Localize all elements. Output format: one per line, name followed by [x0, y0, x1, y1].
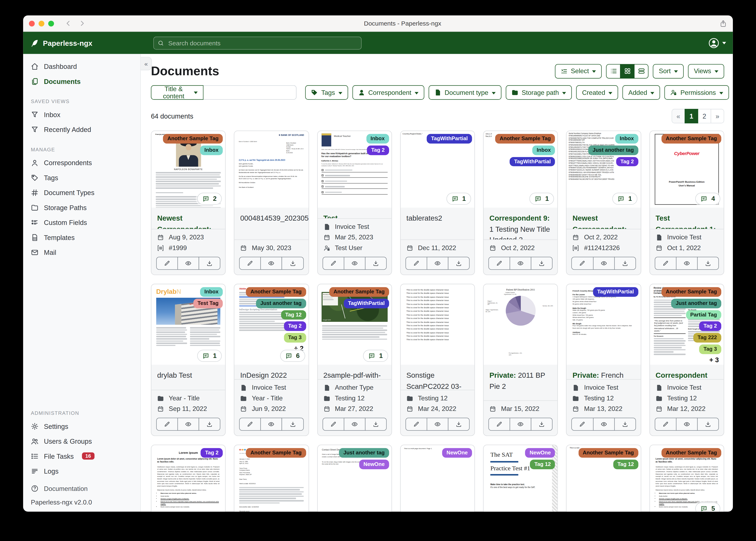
tag-chip[interactable]: Tag 2: [284, 321, 306, 331]
filter-tags-button[interactable]: Tags: [305, 85, 348, 100]
sidebar-item-documents[interactable]: Documents: [23, 74, 140, 89]
document-title[interactable]: Newest Correspondent: H7_Napoleon_Bonapa…: [151, 208, 225, 229]
document-title[interactable]: InDesign 2022 Scripting Read Me: [234, 365, 308, 379]
edit-document-button[interactable]: [156, 257, 178, 270]
document-thumbnail[interactable]: Boundary Waters TripGoogle EarthAnother …: [318, 284, 391, 365]
document-thumbnail[interactable]: The SATPractice Test #1Make time to take…: [484, 445, 558, 511]
comments-badge[interactable]: 1: [197, 350, 222, 362]
tag-chip[interactable]: Test Tag: [193, 298, 223, 308]
sidebar-item-inbox[interactable]: Inbox: [23, 107, 140, 122]
document-thumbnail[interactable]: French Country BreadFor the Leaven1 heap…: [567, 284, 641, 365]
sidebar-item-correspondents[interactable]: Correspondents: [23, 155, 140, 170]
sidebar-item-storage-paths[interactable]: Storage Paths: [23, 200, 140, 215]
sidebar-item-document-types[interactable]: Document Types: [23, 185, 140, 200]
document-title[interactable]: 0004814539_20230531: [234, 208, 308, 240]
download-document-button[interactable]: [531, 257, 553, 270]
document-card[interactable]: Patient BP Distribution 2011Normal, 150,…: [483, 284, 558, 436]
tag-chip[interactable]: Inbox: [200, 287, 223, 297]
download-document-button[interactable]: [448, 257, 470, 270]
document-card[interactable]: Boundary Waters TripGoogle EarthAnother …: [317, 284, 392, 436]
tag-chip[interactable]: Tag 2: [699, 321, 721, 331]
tag-chip[interactable]: Tag 222: [693, 333, 721, 342]
preview-document-button[interactable]: [676, 418, 698, 431]
document-title[interactable]: Private: French Country Bread Revised.do…: [567, 365, 641, 379]
comments-badge[interactable]: 1: [529, 193, 554, 205]
sidebar-item-dashboard[interactable]: Dashboard: [23, 59, 140, 74]
tag-chip[interactable]: Just another tag: [588, 145, 638, 155]
sidebar-item-logs[interactable]: Logs: [23, 463, 140, 478]
document-title[interactable]: Newest Correspondent: Sample100.csv: [567, 208, 641, 229]
document-thumbnail[interactable]: Contact Sheet DemoGiven a set of image f…: [318, 445, 391, 511]
document-thumbnail[interactable]: Country,Region/State,"TagWithPartial1: [400, 131, 474, 208]
preview-document-button[interactable]: [593, 418, 614, 431]
preview-document-button[interactable]: [344, 418, 365, 431]
document-card[interactable]: Country,Region/State,"TagWithPartial1tab…: [400, 131, 475, 275]
sidebar-item-recently-added[interactable]: Recently Added: [23, 122, 140, 137]
document-card[interactable]: one,1.0five,5.0Another Sample TagInboxTa…: [483, 131, 558, 275]
download-document-button[interactable]: [365, 257, 386, 270]
tag-chip[interactable]: Inbox: [366, 134, 389, 144]
view-list-button[interactable]: [606, 64, 621, 78]
edit-document-button[interactable]: [488, 418, 510, 431]
document-card[interactable]: Medical TeacherISSN: 0142-159X (Print) 1…: [317, 131, 392, 275]
tag-chip[interactable]: Tag 12: [530, 460, 555, 469]
document-title[interactable]: Correspondent 9: 1 Testing New Title Upd…: [484, 208, 558, 240]
document-card[interactable]: French Country BreadFor the Leaven1 heap…: [566, 284, 641, 436]
tag-chip[interactable]: Another Sample Tag: [661, 448, 721, 457]
download-document-button[interactable]: [282, 418, 304, 431]
tag-chip[interactable]: TagWithPartial: [427, 134, 472, 144]
tag-chip[interactable]: TagWithPartial: [344, 298, 389, 308]
tag-chip[interactable]: Another Sample Tag: [163, 134, 223, 144]
download-document-button[interactable]: [697, 257, 719, 270]
tag-chip[interactable]: Tag 2: [367, 145, 389, 155]
document-card[interactable]: Contact Sheet DemoGiven a set of image f…: [317, 445, 392, 512]
document-thumbnail[interactable]: Lorem ipsumLorem ipsum dolor sit amet, c…: [650, 445, 724, 511]
preview-document-button[interactable]: [344, 257, 365, 270]
tag-chip[interactable]: Inbox: [532, 145, 555, 155]
pagination-page-2[interactable]: 2: [698, 109, 711, 123]
document-thumbnail[interactable]: DrylabNNETFLIXInboxTest Tag1: [151, 284, 225, 365]
document-thumbnail[interactable]: Serial Number,Company Name,Employe978818…: [567, 131, 641, 208]
preview-document-button[interactable]: [427, 257, 448, 270]
comments-badge[interactable]: 1: [363, 350, 388, 362]
document-title[interactable]: drylab Test: [151, 365, 225, 390]
document-title[interactable]: Correspondent 14: Review-of-New-York-Fed…: [650, 365, 724, 379]
tag-chip[interactable]: TagWithPartial: [510, 157, 555, 166]
preview-document-button[interactable]: [261, 418, 282, 431]
document-card[interactable]: DrylabNNETFLIXInboxTest Tag1drylab TestY…: [151, 284, 226, 436]
comments-badge[interactable]: 4: [696, 193, 720, 205]
document-card[interactable]: Lorem ipsumLorem ipsum dolor sit amet, c…: [649, 445, 724, 512]
edit-document-button[interactable]: [655, 418, 676, 431]
document-title[interactable]: Test Correspondent 1: UM_PPBE_en_v29: [650, 208, 724, 229]
document-thumbnail[interactable]: Review ofof Arbitral AwardsCertainty of …: [650, 284, 724, 365]
sidebar-item-custom-fields[interactable]: Custom Fields: [23, 215, 140, 230]
search-bar[interactable]: [153, 36, 361, 49]
sidebar-item-tags[interactable]: Tags: [23, 170, 140, 185]
document-card[interactable]: This is a test for the double space char…: [400, 284, 475, 436]
document-card[interactable]: CyberPowerPowerPanel® Business EditionUs…: [649, 131, 724, 275]
tag-chip[interactable]: Tag 12: [613, 460, 638, 469]
download-document-button[interactable]: [531, 418, 553, 431]
close-window-button[interactable]: [29, 20, 35, 26]
preview-document-button[interactable]: [676, 257, 698, 270]
document-thumbnail[interactable]: Medical TeacherISSN: 0142-159X (Print) 1…: [318, 131, 391, 208]
document-card[interactable]: Review ofof Arbitral AwardsCertainty of …: [649, 284, 724, 436]
document-card[interactable]: Francja pod rNAPOLEON BONAPARTEAnother S…: [151, 131, 226, 275]
tag-chip[interactable]: Another Sample Tag: [661, 287, 721, 297]
comments-badge[interactable]: 1: [612, 193, 637, 205]
document-title[interactable]: Test Correspondent 1: [paperless] test p…: [318, 208, 391, 218]
pagination-page-1[interactable]: 1: [685, 109, 698, 123]
document-card[interactable]: Test Name123-456-7890January 2, 2022July…: [234, 445, 309, 512]
sidebar-item-settings[interactable]: Settings: [23, 419, 140, 434]
document-thumbnail[interactable]: Patient BP Distribution 2011Normal, 150,…: [484, 284, 558, 365]
document-thumbnail[interactable]: ✳ BANK OF SCOTLANDBank of Scotland • 108…: [234, 131, 308, 208]
sidebar-item-templates[interactable]: Templates: [23, 230, 140, 245]
document-thumbnail[interactable]: AdobeInDesign Scripting DocumentationAno…: [234, 284, 308, 365]
document-card[interactable]: Serial Number,Company Name,Employe978818…: [566, 131, 641, 275]
preview-document-button[interactable]: [593, 257, 614, 270]
document-thumbnail[interactable]: This is a test for the double space char…: [400, 284, 474, 365]
sidebar-item-file-tasks[interactable]: File Tasks16: [23, 448, 140, 463]
filter-document-type-button[interactable]: Document type: [429, 85, 501, 100]
back-icon[interactable]: [65, 20, 72, 27]
document-card[interactable]: AdobeInDesign Scripting DocumentationAno…: [234, 284, 309, 436]
